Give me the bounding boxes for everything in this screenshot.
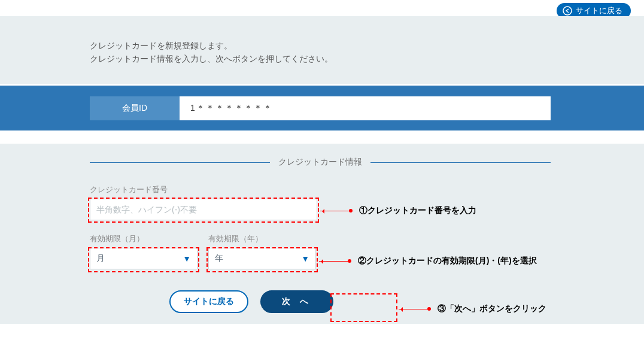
- member-id-row: 会員ID 1＊＊＊＊＊＊＊＊: [0, 86, 644, 130]
- description-line1: クレジットカードを新規登録します。: [90, 39, 551, 52]
- card-number-label: クレジットカード番号: [90, 184, 551, 195]
- next-button-label: 次 へ: [282, 296, 312, 306]
- annotation-3: ③「次へ」ボタンをクリック: [399, 303, 546, 314]
- return-to-site-label-top: サイトに戻る: [576, 5, 622, 16]
- return-icon: [563, 6, 572, 16]
- expiry-year-select[interactable]: 年 ▼: [208, 248, 316, 269]
- next-button[interactable]: 次 へ: [260, 290, 333, 313]
- divider-left: [90, 162, 270, 163]
- annotation-1: ①クレジットカード番号を入力: [320, 205, 476, 216]
- annotation-3-text: ③「次へ」ボタンをクリック: [438, 303, 546, 314]
- back-button[interactable]: サイトに戻る: [169, 290, 248, 313]
- expiry-month-label: 有効期限（月）: [90, 233, 198, 244]
- divider-right: [370, 162, 551, 163]
- annotation-1-text: ①クレジットカード番号を入力: [359, 205, 476, 216]
- annotation-2: ②クレジットカードの有効期限(月)・(年)を選択: [319, 256, 537, 266]
- chevron-down-icon: ▼: [183, 254, 191, 263]
- back-button-label: サイトに戻る: [184, 296, 234, 306]
- description-panel: クレジットカードを新規登録します。 クレジットカード情報を入力し、次へボタンを押…: [0, 16, 644, 84]
- expiry-month-value: 月: [96, 253, 105, 264]
- svg-point-0: [563, 7, 572, 15]
- card-number-input[interactable]: [90, 199, 317, 220]
- card-form-panel: クレジットカード情報 クレジットカード番号 有効期限（月） 月 ▼ 有効期限（年…: [0, 144, 644, 324]
- member-id-label: 会員ID: [90, 96, 180, 120]
- section-heading: クレジットカード情報: [90, 157, 551, 168]
- expiry-year-label: 有効期限（年）: [208, 233, 316, 244]
- description-line2: クレジットカード情報を入力し、次へボタンを押してください。: [90, 52, 551, 65]
- expiry-month-select[interactable]: 月 ▼: [90, 248, 198, 269]
- annotation-2-text: ②クレジットカードの有効期限(月)・(年)を選択: [358, 256, 537, 266]
- member-id-value: 1＊＊＊＊＊＊＊＊: [180, 96, 551, 120]
- expiry-year-value: 年: [215, 253, 223, 264]
- section-title: クレジットカード情報: [270, 157, 370, 168]
- chevron-down-icon: ▼: [301, 254, 309, 263]
